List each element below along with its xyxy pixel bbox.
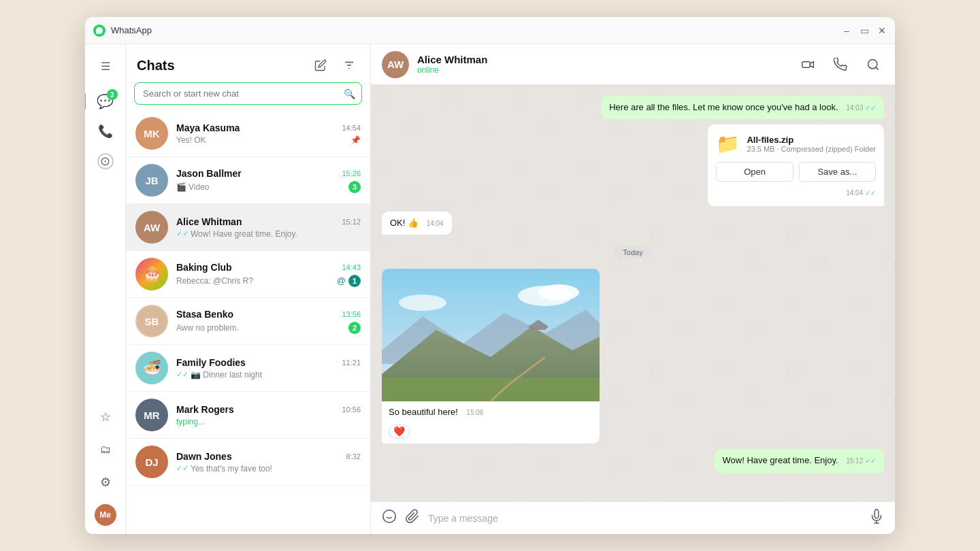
chat-main: AW Alice Whitman online bbox=[371, 44, 895, 534]
user-avatar[interactable]: Me bbox=[95, 504, 116, 526]
chat-item-baking[interactable]: 🎂 Baking Club 14:43 Rebecca: @Chris R? @… bbox=[126, 251, 370, 298]
image-time: 15:06 bbox=[466, 409, 483, 416]
badge-stasa: 2 bbox=[348, 322, 361, 334]
message-text-ok: OK! 👍 bbox=[390, 218, 419, 228]
maximize-button[interactable]: ▭ bbox=[860, 26, 869, 35]
attach-button[interactable] bbox=[405, 509, 420, 527]
chat-info-jason: Jason Ballmer 15:26 🎬 Video 3 bbox=[176, 168, 361, 193]
chat-input-area bbox=[371, 501, 895, 534]
app-logo bbox=[93, 24, 105, 37]
date-label: Today bbox=[615, 246, 651, 258]
chat-item-jason[interactable]: JB Jason Ballmer 15:26 🎬 Video 3 bbox=[126, 157, 370, 204]
badge-jason: 3 bbox=[348, 181, 361, 193]
image-bubble[interactable]: So beautiful here! 15:06 ❤️ bbox=[382, 269, 600, 444]
chat-name-jason: Jason Ballmer bbox=[176, 168, 242, 179]
message-time: 14:03 ✓✓ bbox=[846, 103, 876, 113]
nav-sidebar: ☰ 💬 3 📞 ⊙ ☆ 🗂 ⚙ bbox=[85, 44, 126, 534]
chat-time-family: 11:21 bbox=[342, 358, 361, 367]
file-actions: Open Save as... bbox=[716, 162, 876, 182]
chat-info-baking: Baking Club 14:43 Rebecca: @Chris R? @ 1 bbox=[176, 262, 361, 287]
chat-time-baking: 14:43 bbox=[342, 263, 361, 271]
sidebar-item-settings[interactable]: ⚙ bbox=[92, 469, 119, 496]
search-input[interactable] bbox=[134, 82, 362, 105]
file-icon: 📁 bbox=[716, 133, 740, 155]
svg-point-10 bbox=[399, 295, 446, 311]
file-meta: 23.5 MB · Compressed (zipped) Folder bbox=[747, 145, 876, 153]
svg-point-9 bbox=[538, 284, 579, 301]
calls-icon: 📞 bbox=[98, 124, 113, 139]
chat-name-family: Family Foodies bbox=[176, 357, 246, 368]
chat-header-status: online bbox=[417, 65, 797, 75]
chat-preview-stasa: Aww no problem. bbox=[176, 323, 239, 333]
chat-list: MK Maya Kasuma 14:54 Yes! OK 📌 bbox=[126, 110, 370, 534]
search-icon: 🔍 bbox=[344, 88, 355, 99]
minimize-button[interactable]: – bbox=[842, 26, 851, 35]
chat-time-jason: 15:26 bbox=[342, 169, 361, 178]
svg-line-6 bbox=[876, 67, 879, 69]
microphone-button[interactable] bbox=[869, 509, 884, 527]
messages-area: Here are all the files. Let me know once… bbox=[371, 85, 895, 501]
chat-list-header: Chats bbox=[126, 44, 370, 82]
chat-header-avatar[interactable]: AW bbox=[382, 51, 409, 78]
badge-baking: 1 bbox=[348, 275, 361, 287]
file-bubble: 📁 All-files.zip 23.5 MB · Compressed (zi… bbox=[708, 124, 884, 206]
chat-info-stasa: Stasa Benko 13:56 Aww no problem. 2 bbox=[176, 309, 361, 334]
app-title: WhatsApp bbox=[111, 25, 842, 35]
chat-time-maya: 14:54 bbox=[342, 124, 361, 132]
chat-name-stasa: Stasa Benko bbox=[176, 309, 233, 320]
chat-time-dawn: 8:32 bbox=[346, 452, 361, 461]
close-button[interactable]: ✕ bbox=[877, 26, 887, 35]
message-sent-enjoy: Wow! Have great time. Enjoy. 15:12 ✓✓ bbox=[715, 449, 884, 472]
chat-item-maya[interactable]: MK Maya Kasuma 14:54 Yes! OK 📌 bbox=[126, 110, 370, 157]
sidebar-item-menu[interactable]: ☰ bbox=[92, 52, 119, 80]
sidebar-item-chats[interactable]: 💬 3 bbox=[92, 88, 119, 115]
chat-list-title: Chats bbox=[137, 58, 175, 73]
chat-preview-baking: Rebecca: @Chris R? bbox=[176, 276, 253, 286]
chat-list-panel: Chats 🔍 bbox=[126, 44, 371, 534]
chat-name-baking: Baking Club bbox=[176, 262, 232, 273]
svg-rect-3 bbox=[802, 61, 811, 67]
video-call-button[interactable] bbox=[797, 54, 819, 76]
emoji-button[interactable] bbox=[382, 509, 397, 527]
chat-info-mark: Mark Rogers 10:56 typing... bbox=[176, 404, 361, 427]
open-file-button[interactable]: Open bbox=[716, 162, 793, 182]
search-chat-button[interactable] bbox=[862, 54, 884, 76]
reaction-badge[interactable]: ❤️ bbox=[389, 424, 410, 438]
sidebar-item-calls[interactable]: 📞 bbox=[92, 118, 119, 145]
save-as-button[interactable]: Save as... bbox=[799, 162, 876, 182]
message-time-ok: 14:04 bbox=[427, 219, 444, 229]
window-controls: – ▭ ✕ bbox=[842, 26, 887, 35]
archive-icon: 🗂 bbox=[100, 444, 111, 456]
chat-name-mark: Mark Rogers bbox=[176, 404, 234, 415]
chat-time-mark: 10:56 bbox=[342, 405, 361, 414]
sidebar-item-archived[interactable]: 🗂 bbox=[92, 436, 119, 463]
avatar-maya: MK bbox=[135, 117, 168, 150]
avatar-family: 🍜 bbox=[135, 352, 168, 384]
menu-icon: ☰ bbox=[101, 60, 110, 73]
chat-name-alice: Alice Whitman bbox=[176, 216, 242, 227]
new-chat-button[interactable] bbox=[310, 55, 331, 76]
sidebar-item-status[interactable]: ⊙ bbox=[92, 148, 119, 175]
pin-icon-maya: 📌 bbox=[350, 135, 361, 145]
chat-item-stasa[interactable]: SB Stasa Benko 13:56 Aww no problem. 2 bbox=[126, 298, 370, 345]
image-caption: So beautiful here! bbox=[389, 407, 458, 417]
message-input[interactable] bbox=[428, 513, 861, 524]
chat-item-alice[interactable]: AW Alice Whitman 15:12 ✓✓ Wow! Have grea… bbox=[126, 204, 370, 251]
filter-button[interactable] bbox=[339, 55, 359, 76]
avatar-stasa: SB bbox=[135, 305, 168, 337]
app-window: WhatsApp – ▭ ✕ ☰ 💬 3 📞 ⊙ ☆ bbox=[85, 17, 895, 534]
date-divider: Today bbox=[382, 246, 884, 258]
chat-time-stasa: 13:56 bbox=[342, 310, 361, 318]
chat-info-family: Family Foodies 11:21 ✓✓ 📷 Dinner last ni… bbox=[176, 357, 361, 380]
svg-point-5 bbox=[868, 59, 877, 68]
chat-name-maya: Maya Kasuma bbox=[176, 122, 240, 133]
chat-item-family[interactable]: 🍜 Family Foodies 11:21 ✓✓ 📷 Dinner last … bbox=[126, 345, 370, 392]
star-icon: ☆ bbox=[100, 410, 111, 424]
message-time-enjoy: 15:12 ✓✓ bbox=[846, 456, 876, 466]
phone-call-button[interactable] bbox=[830, 54, 851, 76]
chat-item-mark[interactable]: MR Mark Rogers 10:56 typing... bbox=[126, 392, 370, 439]
sidebar-item-starred[interactable]: ☆ bbox=[92, 403, 119, 431]
file-inner: 📁 All-files.zip 23.5 MB · Compressed (zi… bbox=[716, 133, 876, 155]
chat-item-dawn[interactable]: DJ Dawn Jones 8:32 ✓✓ Yes that's my fave… bbox=[126, 439, 370, 486]
chat-badge: 3 bbox=[107, 89, 118, 100]
